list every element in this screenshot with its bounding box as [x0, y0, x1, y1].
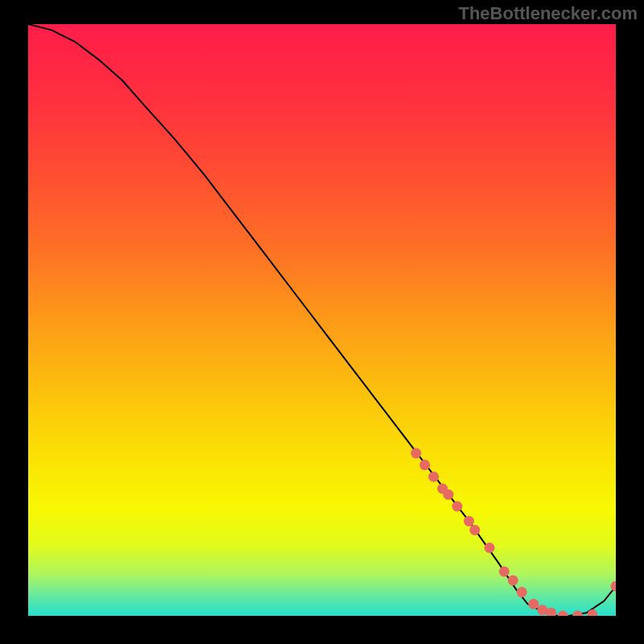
curve-marker — [508, 575, 518, 585]
curve-marker — [517, 587, 527, 597]
watermark-text: TheBottlenecker.com — [458, 3, 638, 24]
curve-marker — [443, 489, 453, 500]
curve-marker — [428, 472, 439, 482]
curve-marker — [469, 525, 480, 535]
curve-marker — [419, 460, 430, 470]
curve-marker — [528, 599, 539, 609]
curve-marker — [485, 543, 495, 553]
gradient-background — [28, 24, 616, 616]
curve-marker — [411, 448, 421, 458]
curve-marker — [452, 502, 462, 512]
curve-marker — [499, 566, 510, 576]
plot-svg — [28, 24, 616, 616]
curve-marker — [464, 516, 474, 526]
plot-area — [28, 24, 616, 616]
chart-stage: TheBottlenecker.com — [0, 0, 644, 644]
